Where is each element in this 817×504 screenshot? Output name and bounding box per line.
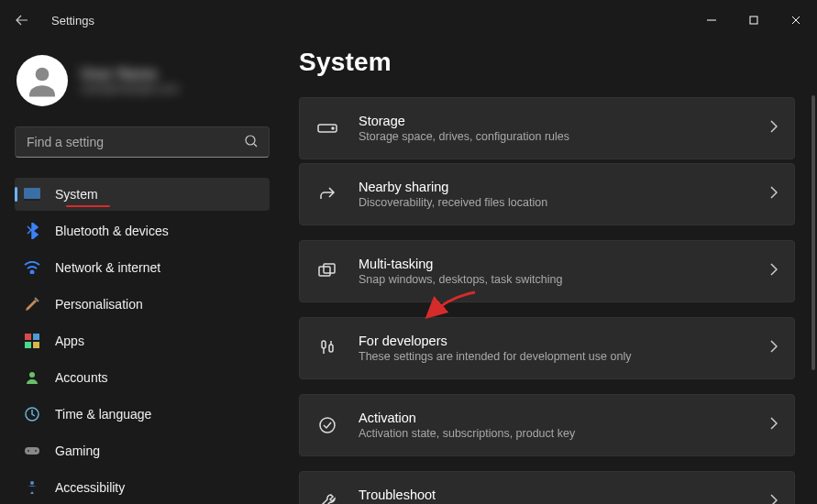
sidebar-item-label: Accounts xyxy=(55,370,108,385)
sidebar-item-label: Apps xyxy=(55,334,84,348)
svg-point-14 xyxy=(35,450,37,452)
user-text: User Name user@example.com xyxy=(81,66,179,95)
sidebar-item-label: Time & language xyxy=(55,407,151,422)
person-icon xyxy=(24,369,40,386)
svg-rect-12 xyxy=(25,447,39,455)
card-subtitle: These settings are intended for developm… xyxy=(359,350,770,363)
card-title: Activation xyxy=(359,411,770,425)
card-title: Multi-tasking xyxy=(359,257,770,271)
titlebar: Settings xyxy=(0,0,817,40)
search-input[interactable] xyxy=(15,126,270,158)
svg-rect-18 xyxy=(319,267,330,276)
sidebar-item-label: Gaming xyxy=(55,444,100,458)
user-block[interactable]: User Name user@example.com xyxy=(15,48,270,114)
sidebar-item-accounts[interactable]: Accounts xyxy=(15,361,270,394)
share-icon xyxy=(316,185,338,203)
card-title: Nearby sharing xyxy=(359,180,770,194)
sidebar-item-personalisation[interactable]: Personalisation xyxy=(15,288,270,321)
sidebar-item-label: Network & internet xyxy=(55,260,160,275)
svg-point-22 xyxy=(320,418,335,433)
search-wrap xyxy=(15,126,270,158)
paintbrush-icon xyxy=(24,296,40,312)
scrollbar-thumb[interactable] xyxy=(811,95,815,370)
sidebar-item-label: Accessibility xyxy=(55,480,125,495)
svg-rect-7 xyxy=(33,334,39,340)
svg-rect-4 xyxy=(24,199,40,201)
sidebar: User Name user@example.com System Blueto… xyxy=(0,40,284,504)
svg-point-2 xyxy=(246,136,255,145)
sidebar-item-apps[interactable]: Apps xyxy=(15,324,270,357)
card-title: For developers xyxy=(359,334,770,348)
chevron-right-icon xyxy=(770,494,778,504)
multitask-icon xyxy=(316,263,338,279)
window-controls xyxy=(690,5,817,35)
sidebar-item-label: Bluetooth & devices xyxy=(55,224,169,238)
sidebar-item-label: System xyxy=(55,187,98,202)
svg-rect-20 xyxy=(322,341,326,348)
window-title: Settings xyxy=(51,14,94,27)
svg-point-17 xyxy=(332,127,334,129)
sidebar-item-network[interactable]: Network & internet xyxy=(15,251,270,284)
svg-point-1 xyxy=(36,68,50,82)
svg-rect-0 xyxy=(750,16,757,24)
card-multitasking[interactable]: Multi-tasking Snap windows, desktops, ta… xyxy=(299,240,795,302)
nav-list: System Bluetooth & devices Network & int… xyxy=(15,178,270,504)
system-icon xyxy=(24,186,40,203)
avatar xyxy=(17,55,68,106)
close-button[interactable] xyxy=(775,5,817,35)
chevron-right-icon xyxy=(770,186,778,203)
main-content: System Storage Storage space, drives, co… xyxy=(284,40,817,504)
sidebar-item-label: Personalisation xyxy=(55,297,143,312)
svg-point-13 xyxy=(28,450,29,452)
sidebar-item-system[interactable]: System xyxy=(15,178,270,211)
card-subtitle: Discoverability, received files location xyxy=(359,196,770,209)
chevron-right-icon xyxy=(770,340,778,356)
user-name: User Name xyxy=(81,66,179,82)
card-for-developers[interactable]: For developers These settings are intend… xyxy=(299,317,795,379)
card-subtitle: Snap windows, desktops, task switching xyxy=(359,273,770,286)
apps-icon xyxy=(24,333,40,349)
card-subtitle: Storage space, drives, configuration rul… xyxy=(359,130,770,143)
clock-globe-icon xyxy=(24,406,40,422)
card-nearby-sharing[interactable]: Nearby sharing Discoverability, received… xyxy=(299,163,795,225)
chevron-right-icon xyxy=(770,417,778,433)
svg-point-5 xyxy=(31,271,34,274)
user-email: user@example.com xyxy=(81,82,179,95)
sidebar-item-gaming[interactable]: Gaming xyxy=(15,434,270,467)
search-icon xyxy=(244,134,259,152)
svg-point-10 xyxy=(29,372,35,378)
back-button[interactable] xyxy=(11,9,33,31)
page-title: System xyxy=(299,48,795,77)
accessibility-icon xyxy=(24,479,40,496)
card-title: Troubleshoot xyxy=(359,488,770,502)
chevron-right-icon xyxy=(770,263,778,279)
chevron-right-icon xyxy=(770,120,778,137)
svg-rect-6 xyxy=(25,334,31,340)
svg-rect-21 xyxy=(329,345,333,352)
annotation-underline xyxy=(66,205,110,207)
gamepad-icon xyxy=(24,443,40,459)
storage-icon xyxy=(316,123,338,134)
maximize-button[interactable] xyxy=(733,5,775,35)
sidebar-item-time-language[interactable]: Time & language xyxy=(15,398,270,431)
developer-icon xyxy=(316,339,338,357)
card-title: Storage xyxy=(359,114,770,128)
settings-card-list: Storage Storage space, drives, configura… xyxy=(299,97,795,504)
svg-rect-19 xyxy=(324,264,335,273)
wrench-icon xyxy=(316,493,338,504)
svg-point-15 xyxy=(30,481,34,485)
svg-rect-9 xyxy=(33,342,39,348)
sidebar-item-accessibility[interactable]: Accessibility xyxy=(15,471,270,504)
minimize-button[interactable] xyxy=(690,5,733,35)
sidebar-item-bluetooth[interactable]: Bluetooth & devices xyxy=(15,214,270,247)
card-storage[interactable]: Storage Storage space, drives, configura… xyxy=(299,97,795,159)
card-activation[interactable]: Activation Activation state, subscriptio… xyxy=(299,394,795,456)
card-subtitle: Activation state, subscriptions, product… xyxy=(359,427,770,440)
svg-rect-8 xyxy=(25,342,31,348)
bluetooth-icon xyxy=(24,223,40,239)
check-circle-icon xyxy=(316,416,338,434)
svg-rect-3 xyxy=(24,188,40,199)
card-troubleshoot[interactable]: Troubleshoot Recommended troubleshooters… xyxy=(299,471,795,504)
wifi-icon xyxy=(24,259,40,276)
